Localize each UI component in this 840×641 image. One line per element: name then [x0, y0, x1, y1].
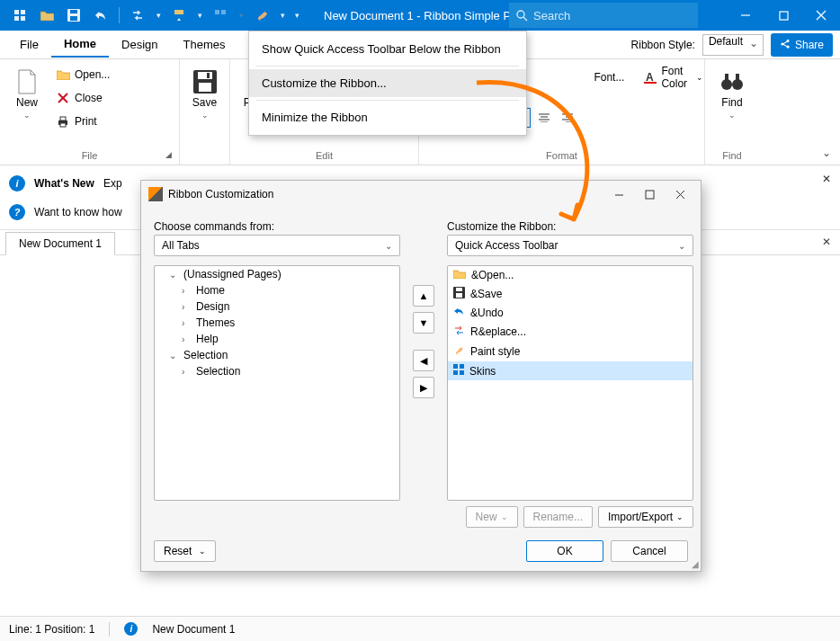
chevron-down-icon[interactable]: ▾: [152, 3, 165, 28]
list-item[interactable]: R&eplace...: [448, 322, 693, 342]
reset-button[interactable]: Reset⌄: [154, 540, 216, 562]
whats-new-heading: What's New: [34, 177, 94, 190]
info-icon: ?: [9, 204, 25, 220]
chevron-down-icon[interactable]: ▾: [276, 3, 289, 28]
resize-grip-icon[interactable]: ◢: [692, 559, 699, 569]
group-file-label: File: [82, 150, 98, 161]
new-button[interactable]: New ⌄: [7, 65, 47, 123]
tree-item[interactable]: ›Help: [180, 331, 399, 347]
print-button[interactable]: Print: [52, 111, 113, 131]
import-export-button[interactable]: Import/Export⌄: [598, 506, 693, 528]
qat-replace-icon[interactable]: [125, 3, 150, 28]
qat-list[interactable]: &Open... &Save &Undo R&eplace... Paint s…: [447, 265, 693, 501]
minimize-button[interactable]: [605, 184, 632, 204]
new-command-button[interactable]: New⌄: [466, 506, 518, 528]
tree-item[interactable]: ⌄(Unassigned Pages): [167, 266, 399, 282]
remove-button[interactable]: ◀: [413, 350, 434, 371]
find-label: Find: [721, 97, 742, 109]
dialog-launcher-icon[interactable]: ◢: [165, 150, 172, 159]
qat-customize-icon[interactable]: ▾: [290, 3, 303, 28]
separator: [256, 100, 519, 101]
search-box[interactable]: Search: [509, 3, 698, 28]
customize-ribbon-combo[interactable]: Quick Access Toolbar⌄: [447, 235, 693, 256]
group-format-label: Format: [546, 150, 577, 161]
maximize-button[interactable]: [764, 0, 802, 31]
list-item[interactable]: Skins: [448, 361, 693, 380]
menu-minimize-ribbon[interactable]: Minimize the Ribbon: [249, 103, 526, 131]
move-up-button[interactable]: ▲: [413, 285, 434, 307]
list-item-label: &Open...: [471, 269, 514, 281]
close-doc-button[interactable]: Close: [52, 88, 113, 108]
minimize-button[interactable]: [727, 0, 764, 31]
list-item[interactable]: &Open...: [448, 266, 693, 284]
tree-label: Selection: [183, 349, 228, 361]
save-button[interactable]: Save ⌄: [187, 65, 222, 123]
separator: [256, 66, 519, 67]
svg-text:A: A: [646, 71, 654, 84]
close-icon[interactable]: ✕: [822, 173, 831, 185]
align-right-button[interactable]: [558, 108, 577, 128]
tree-item[interactable]: ›Themes: [180, 315, 399, 331]
ok-button[interactable]: OK: [526, 540, 603, 562]
list-item[interactable]: Paint style: [448, 342, 693, 361]
share-button[interactable]: Share: [771, 33, 833, 57]
document-tab[interactable]: New Document 1: [5, 232, 115, 255]
tab-design[interactable]: Design: [109, 32, 170, 57]
choose-commands-combo[interactable]: All Tabs⌄: [154, 235, 400, 256]
import-btn-label: Import/Export: [608, 511, 673, 523]
svg-rect-41: [644, 82, 657, 84]
collapse-ribbon-icon[interactable]: ⌄: [822, 147, 831, 159]
ribbon-style-select[interactable]: Default: [702, 34, 764, 56]
svg-rect-0: [14, 10, 19, 14]
share-icon: [780, 40, 791, 50]
document-tab-label: New Document 1: [19, 237, 102, 250]
app-icon: [148, 187, 163, 201]
tab-home[interactable]: Home: [51, 31, 109, 58]
svg-rect-3: [21, 16, 25, 21]
cancel-button[interactable]: Cancel: [611, 540, 688, 562]
paint-icon: [453, 344, 465, 359]
close-button[interactable]: [666, 184, 693, 204]
font-button[interactable]: Font...: [590, 65, 628, 85]
qat-skins-icon[interactable]: [7, 3, 32, 28]
chevron-down-icon: ⌄: [23, 111, 31, 120]
chevron-down-icon[interactable]: ▾: [193, 3, 206, 28]
tab-themes[interactable]: Themes: [171, 32, 238, 57]
tree-item[interactable]: ›Home: [180, 282, 399, 298]
reset-label: Reset: [164, 545, 192, 557]
list-item[interactable]: &Undo: [448, 304, 693, 322]
qat-save-icon[interactable]: [61, 3, 86, 28]
svg-rect-8: [215, 10, 219, 14]
tree-item[interactable]: ›Design: [180, 298, 399, 315]
close-tab-icon[interactable]: ✕: [822, 236, 831, 248]
tree-item[interactable]: ⌄Selection: [167, 347, 399, 363]
svg-rect-47: [646, 191, 654, 199]
svg-rect-5: [70, 10, 77, 13]
svg-rect-44: [725, 74, 728, 81]
close-button[interactable]: [802, 0, 840, 31]
svg-rect-20: [60, 123, 66, 127]
cancel-label: Cancel: [632, 545, 666, 557]
font-color-button[interactable]: AFont Color⌄: [640, 65, 707, 85]
printer-icon: [56, 116, 70, 128]
add-button[interactable]: ▶: [413, 377, 434, 398]
rename-button[interactable]: Rename...: [523, 506, 593, 528]
qat-paint2-icon[interactable]: [249, 3, 274, 28]
list-item[interactable]: &Save: [448, 284, 693, 304]
find-button[interactable]: Find ⌄: [712, 65, 752, 123]
maximize-button[interactable]: [636, 184, 663, 204]
qat-undo-icon[interactable]: [88, 3, 113, 28]
qat-open-icon[interactable]: [34, 3, 59, 28]
move-down-button[interactable]: ▼: [413, 312, 434, 334]
tree-item[interactable]: ›Selection: [180, 363, 399, 379]
choose-commands-value: All Tabs: [162, 239, 200, 252]
replace-icon: [453, 325, 465, 339]
align-center-button[interactable]: [534, 108, 554, 128]
menu-show-qat-below[interactable]: Show Quick Access Toolbar Below the Ribb…: [249, 35, 526, 63]
tab-file[interactable]: File: [7, 32, 51, 57]
qat-paint-icon[interactable]: [166, 3, 192, 28]
menu-customize-ribbon[interactable]: Customize the Ribbon...: [249, 69, 526, 97]
open-button[interactable]: Open...: [52, 65, 113, 85]
commands-tree[interactable]: ⌄(Unassigned Pages) ›Home ›Design ›Theme…: [154, 265, 400, 501]
share-label: Share: [795, 39, 824, 51]
